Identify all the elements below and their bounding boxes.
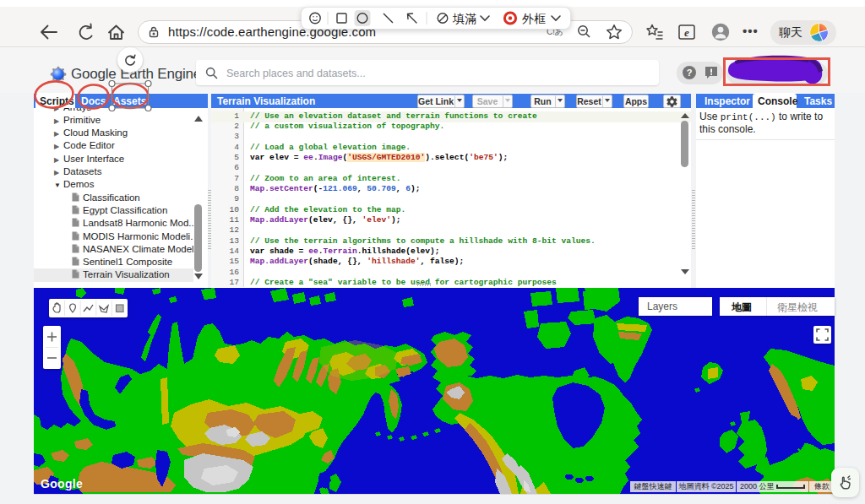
- svg-text:?: ?: [687, 68, 693, 78]
- svg-text:e: e: [684, 26, 689, 39]
